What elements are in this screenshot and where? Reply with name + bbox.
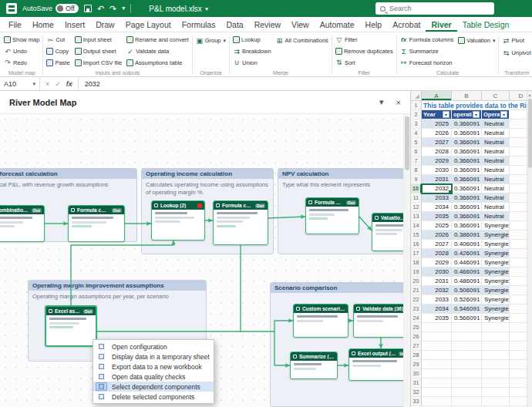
cell[interactable]: 2025 <box>422 119 452 129</box>
cell[interactable]: 0.366091 <box>452 212 482 221</box>
table-header-cell[interactable]: Year▾ <box>422 110 452 119</box>
cell[interactable] <box>482 388 510 397</box>
tab-help[interactable]: Help <box>360 17 388 32</box>
row-number[interactable]: 8 <box>411 166 422 175</box>
row-number[interactable]: 27 <box>411 341 422 351</box>
cell[interactable]: 0.466091 <box>452 267 482 277</box>
row-number[interactable]: 7 <box>411 156 422 166</box>
row-number[interactable]: 22 <box>411 295 422 304</box>
scrollbar-thumb[interactable] <box>528 99 532 168</box>
cell[interactable]: 2026 <box>422 230 452 240</box>
cell[interactable]: Neutral <box>482 184 510 193</box>
cell[interactable] <box>452 378 482 388</box>
cell[interactable]: Neutral <box>482 119 510 129</box>
tab-automate[interactable]: Automate <box>315 17 360 32</box>
node-formula-columns-8[interactable]: Formula columns (8)Out <box>68 205 125 242</box>
search-box[interactable] <box>375 2 494 15</box>
undo-button[interactable]: ↶Undo <box>3 46 40 57</box>
cell[interactable]: Neutral <box>482 175 510 184</box>
cell[interactable]: 0.486091 <box>452 277 482 286</box>
row-number[interactable]: 1 <box>411 101 422 110</box>
tab-draw[interactable]: Draw <box>90 17 120 32</box>
cell[interactable]: 0.446091 <box>452 258 482 267</box>
cancel-icon[interactable]: × <box>45 80 49 88</box>
row-number[interactable]: 25 <box>411 323 422 332</box>
cell[interactable] <box>422 378 452 388</box>
context-menu-item[interactable]: Display data in a temporary sheet <box>93 352 214 362</box>
cell[interactable]: 0.426091 <box>452 249 482 258</box>
row-number[interactable]: 4 <box>411 129 422 138</box>
name-box[interactable]: A10 ▾ <box>0 77 40 90</box>
rename-convert-button[interactable]: Rename and convert <box>126 35 190 45</box>
cell[interactable]: Synergies <box>482 295 510 304</box>
cell[interactable] <box>452 351 482 360</box>
cell[interactable]: 0.366091 <box>452 175 482 184</box>
cell[interactable]: Neutral <box>482 212 510 221</box>
cell[interactable] <box>422 323 452 332</box>
row-number[interactable]: 23 <box>411 304 422 314</box>
row-number[interactable]: 9 <box>411 175 422 184</box>
valuation-button[interactable]: Valuation▾ <box>457 35 496 46</box>
cell[interactable]: Synergies <box>482 221 510 230</box>
cell[interactable] <box>482 369 510 378</box>
row-number[interactable]: 26 <box>411 332 422 341</box>
tab-view[interactable]: View <box>286 17 315 32</box>
cell[interactable] <box>482 332 510 341</box>
model-map-canvas[interactable]: Revenue forecast calculation The histori… <box>0 114 403 407</box>
copy-button[interactable]: Copy <box>45 46 70 57</box>
cell[interactable]: 2034 <box>422 304 452 314</box>
cell[interactable]: 2027 <box>422 138 452 147</box>
filter-dropdown-icon[interactable]: ▾ <box>500 111 507 118</box>
cut-button[interactable]: ✂Cut <box>45 35 70 45</box>
workbook-title[interactable]: P&L model.xlsx ▾ <box>149 5 208 13</box>
row-number[interactable]: 24 <box>411 314 422 323</box>
node-excel-output[interactable]: Excel output (37)In <box>348 348 403 381</box>
context-menu-item[interactable]: Select dependent components <box>93 382 214 392</box>
cell[interactable]: 0.366091 <box>452 193 482 203</box>
cell[interactable]: 2029 <box>422 258 452 267</box>
pivot-button[interactable]: ⇄Pivot <box>501 35 531 46</box>
cell[interactable]: Synergies <box>482 277 510 286</box>
cell[interactable] <box>482 323 510 332</box>
cell[interactable]: Neutral <box>482 138 510 147</box>
cell[interactable] <box>422 351 452 360</box>
formula-columns-button[interactable]: fxFormula columns <box>399 35 455 45</box>
tab-data[interactable]: Data <box>221 17 248 32</box>
assumptions-table-button[interactable]: Assumptions table <box>126 57 190 68</box>
context-menu-item[interactable]: Open configuration <box>93 341 214 352</box>
row-number[interactable]: 16 <box>411 240 422 249</box>
row-number[interactable]: 21 <box>411 286 422 295</box>
cell[interactable] <box>422 332 452 341</box>
row-number[interactable]: 5 <box>411 138 422 147</box>
summarize-button[interactable]: ΣSummarize <box>399 46 455 57</box>
cell[interactable]: 0.566091 <box>452 314 482 323</box>
cell[interactable]: Neutral <box>482 147 510 156</box>
cell[interactable]: Synergies <box>482 314 510 323</box>
node-valuation[interactable]: Valuation (33)In <box>372 213 403 251</box>
select-all-corner[interactable] <box>411 91 422 100</box>
row-number[interactable]: 18 <box>411 258 422 267</box>
forecast-horizon-button[interactable]: ↦Forecast horizon <box>399 57 455 68</box>
cell[interactable] <box>422 369 452 378</box>
row-number[interactable]: 33 <box>411 397 422 406</box>
cell[interactable]: 2029 <box>422 156 452 166</box>
insert-function-icon[interactable]: fx <box>66 80 72 88</box>
cell[interactable] <box>452 332 482 341</box>
row-number[interactable]: 32 <box>411 388 422 397</box>
show-map-button[interactable]: Show map <box>3 35 40 45</box>
group-button[interactable]: ▣Group▾ <box>195 35 227 46</box>
cell[interactable]: 2034 <box>422 203 452 212</box>
cell[interactable] <box>452 397 482 406</box>
row-number[interactable]: 17 <box>411 249 422 258</box>
node-excel-assumptions[interactable]: Excel assumptions (2)Out <box>45 305 97 347</box>
tab-page-layout[interactable]: Page Layout <box>120 17 177 32</box>
cell[interactable]: 2032 <box>422 286 452 295</box>
row-number[interactable]: 19 <box>411 267 422 277</box>
lookup-button[interactable]: Lookup <box>232 35 272 45</box>
column-header-b[interactable]: B <box>452 91 482 100</box>
cell[interactable]: 2028 <box>422 147 452 156</box>
redo-icon[interactable]: ↷ <box>109 5 116 13</box>
all-combinations-button[interactable]: ⊞All Combinations <box>275 35 329 46</box>
column-header-c[interactable]: C <box>482 91 510 100</box>
map-scrollbar[interactable] <box>403 114 410 407</box>
